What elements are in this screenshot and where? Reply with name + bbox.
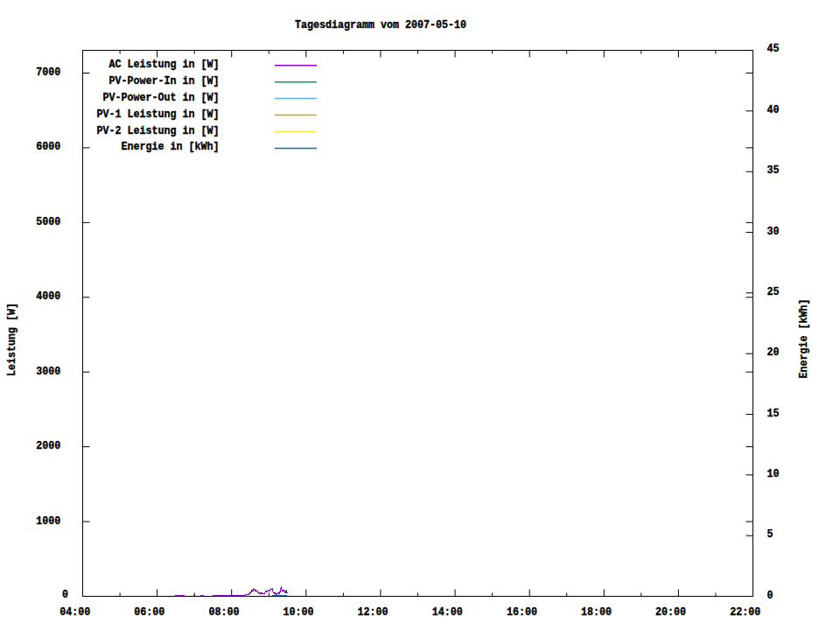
svg-text:20:00: 20:00 <box>655 606 686 619</box>
svg-text:12:00: 12:00 <box>358 606 388 619</box>
svg-text:5: 5 <box>767 528 774 541</box>
svg-text:PV-Power-In in [W]: PV-Power-In in [W] <box>109 74 220 88</box>
svg-text:PV-1 Leistung in [W]: PV-1 Leistung in [W] <box>97 108 220 121</box>
svg-text:22:00: 22:00 <box>730 606 760 619</box>
svg-text:16:00: 16:00 <box>507 606 537 619</box>
svg-text:08:00: 08:00 <box>208 606 239 619</box>
svg-text:10: 10 <box>767 467 780 480</box>
svg-text:Tagesdiagramm vom 2007-05-10: Tagesdiagramm vom 2007-05-10 <box>295 18 466 32</box>
svg-text:15: 15 <box>767 407 780 420</box>
svg-text:0: 0 <box>62 588 68 601</box>
svg-text:PV-2 Leistung in [W]: PV-2 Leistung in [W] <box>97 124 220 137</box>
svg-text:0: 0 <box>767 589 774 602</box>
svg-text:18:00: 18:00 <box>581 606 612 619</box>
svg-text:06:00: 06:00 <box>134 606 164 619</box>
svg-text:AC Leistung in [W]: AC Leistung in [W] <box>109 58 220 71</box>
svg-text:25: 25 <box>767 285 780 298</box>
svg-text:14:00: 14:00 <box>432 606 463 619</box>
svg-text:5000: 5000 <box>36 215 60 228</box>
svg-text:45: 45 <box>767 42 780 55</box>
svg-text:2000: 2000 <box>36 439 60 452</box>
svg-text:40: 40 <box>767 103 780 116</box>
svg-text:20: 20 <box>767 346 780 359</box>
svg-text:30: 30 <box>767 225 780 238</box>
svg-text:6000: 6000 <box>36 140 60 153</box>
svg-text:10:00: 10:00 <box>284 606 314 619</box>
svg-text:Energie [kWh]: Energie [kWh] <box>797 299 810 379</box>
svg-text:04:00: 04:00 <box>60 606 90 619</box>
svg-text:Leistung [W]: Leistung [W] <box>5 303 18 376</box>
svg-text:3000: 3000 <box>36 365 60 378</box>
svg-text:35: 35 <box>767 164 780 177</box>
svg-text:Energie in [kWh]: Energie in [kWh] <box>122 140 220 153</box>
svg-text:1000: 1000 <box>36 514 60 528</box>
svg-text:7000: 7000 <box>36 66 60 79</box>
svg-text:4000: 4000 <box>36 290 60 303</box>
svg-text:PV-Power-Out in [W]: PV-Power-Out in [W] <box>103 91 220 104</box>
